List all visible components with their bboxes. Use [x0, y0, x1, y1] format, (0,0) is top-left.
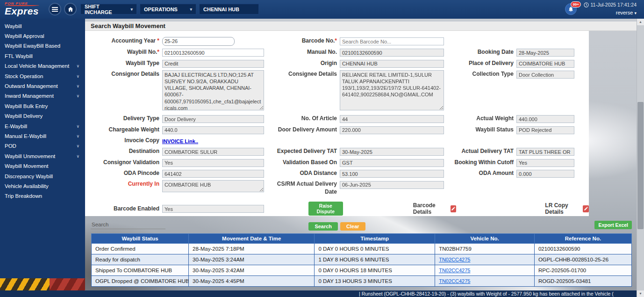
cell-vehicle: TN02BH7759	[435, 244, 535, 254]
sidebar-item-label: Outward Management	[5, 83, 58, 89]
datetime-text: 11-Jul-2025 17:41:24	[591, 2, 637, 7]
department-dropdown[interactable]: OPERATIONS ▾	[140, 4, 196, 14]
waybill-no-label: Waybill No.*	[85, 48, 162, 56]
invoice-copy-label: Invocie Copy	[85, 137, 162, 145]
footer-ticker: | Runsheet (OGPL-CHHB-28412-19-20) - (3)…	[0, 290, 637, 297]
chevron-down-icon: ∨	[76, 64, 79, 68]
chevron-down-icon: ▾	[634, 11, 637, 15]
waybill-no-input[interactable]	[162, 49, 264, 57]
cell-status: OGPL Dropped @ COIMBATORE HUB	[92, 276, 189, 287]
cell-timestamp: 0 DAY 13 HOURS 3 MINUTES	[315, 276, 435, 287]
cell-reference: RPC-202505-01700	[534, 265, 631, 276]
sidebar-item-outward-management[interactable]: Outward Management∨	[0, 81, 85, 91]
sidebar-item-waybill[interactable]: Waybill	[0, 21, 85, 31]
barcode-no-input[interactable]	[340, 37, 444, 45]
ticker-message: | Runsheet (OGPL-CHHB-28412-19-20) - (3)…	[359, 291, 614, 297]
manual-no-field	[340, 49, 444, 57]
chevron-down-icon: ▾	[128, 7, 133, 12]
location-box[interactable]: CHENNAI HUB	[199, 4, 259, 14]
cell-vehicle: TN02CC4275	[435, 254, 535, 265]
sidebar-item-label: E-Waybill	[5, 123, 27, 129]
sidebar-item-waybill-ewaybill-based[interactable]: Waybill EwayBill Based	[0, 41, 85, 51]
sidebar-item-waybill-unmovement[interactable]: Waybill Unmovement∨	[0, 151, 85, 161]
delivery-type-label: Delivery Type	[85, 115, 162, 123]
oda-pincode-field	[162, 170, 264, 178]
place-of-delivery-field	[516, 60, 574, 68]
role-dropdown-value: SHIFT INCHARGE	[85, 4, 128, 15]
cell-timestamp: 0 DAY 0 HOURS 0 MINUTES	[315, 244, 435, 254]
sidebar-item-e-waybill[interactable]: E-Waybill∨	[0, 121, 85, 131]
vertical-scrollbar[interactable]: ▲ ▼	[637, 19, 644, 297]
chargeable-weight-label: Chargeable Weight	[85, 126, 162, 134]
notification-count-badge: 99+	[571, 1, 581, 7]
place-of-delivery-label: Place of Delivery	[444, 59, 516, 67]
no-of-article-label: No. Of Article	[264, 115, 340, 123]
sidebar-item-waybill-approval[interactable]: Waybill Approval	[0, 31, 85, 41]
table-row: Ready for dispatch 30-May-2025 3:24AM 1 …	[92, 254, 632, 265]
export-excel-button[interactable]: Export Excel	[594, 221, 632, 229]
sidebar-item-trip-breakdown[interactable]: Trip Breakdown	[0, 191, 85, 201]
role-dropdown[interactable]: SHIFT INCHARGE ▾	[80, 4, 137, 14]
main-content: Search Waybill Movement Accounting Year …	[85, 19, 637, 290]
header-datetime: 11-Jul-2025 17:41:24	[584, 2, 637, 7]
lr-copy-details-button[interactable]	[583, 205, 589, 212]
sidebar-item-stock-operation[interactable]: Stock Operation∨	[0, 71, 85, 81]
sidebar-item-local-vehicle-management[interactable]: Local Vehicle Management∨	[0, 61, 85, 71]
scroll-up-button[interactable]: ▲	[637, 19, 644, 25]
raise-dispute-button[interactable]: Raise Dispute	[308, 202, 343, 216]
page-title: Search Waybill Movement	[91, 22, 165, 29]
waybill-type-label: Waybill Type	[85, 59, 162, 67]
chevron-down-icon: ▾	[187, 7, 192, 12]
barcode-no-label: Barcode No.*	[264, 37, 340, 45]
cell-status: Ready for dispatch	[92, 254, 189, 265]
barcode-details-button[interactable]	[451, 205, 457, 212]
movement-table: Waybill Status Movement Date & Time Time…	[91, 233, 632, 287]
chevron-down-icon: ∨	[76, 134, 79, 138]
cell-movement: 30-May-2025 3:42AM	[189, 265, 315, 276]
sidebar-item-label: Manual E-Waybill	[5, 133, 46, 139]
oda-distance-label: ODA Distance	[264, 169, 340, 177]
accounting-year-input[interactable]	[162, 37, 235, 46]
sidebar-item-pod[interactable]: POD∨	[0, 141, 85, 151]
validation-based-on-label: Validation Based On	[264, 159, 340, 167]
vehicle-link[interactable]: TN02CC4275	[439, 278, 470, 284]
required-marker: *	[335, 37, 337, 44]
location-box-value: CHENNAI HUB	[203, 7, 239, 12]
sidebar-item-label: Vehicle Availability	[5, 183, 49, 189]
hamburger-menu-button[interactable]	[49, 3, 61, 15]
scrollbar-thumb[interactable]	[637, 102, 644, 229]
notifications-button[interactable]: 99+	[565, 3, 577, 15]
vehicle-link[interactable]: TN02CC4275	[439, 257, 470, 262]
invoice-link[interactable]: INVOICE Link..	[162, 138, 198, 144]
currently-in-label: Currently In	[85, 180, 162, 188]
sidebar-item-vehicle-availability[interactable]: Vehicle Availability	[0, 181, 85, 191]
hazard-yellow-stripes	[0, 278, 50, 290]
sidebar-item-ftl-waybill[interactable]: FTL Waybill	[0, 51, 85, 61]
sidebar-item-discrepancy-waybill[interactable]: Discrepancy Waybill	[0, 171, 85, 181]
sidebar-item-waybill-bulk-entry[interactable]: Waybill Bulk Entry	[0, 101, 85, 111]
sidebar-item-inward-management[interactable]: Inward Management∨	[0, 91, 85, 101]
cell-vehicle: TN02CC4275	[435, 276, 535, 287]
actual-weight-field	[516, 115, 574, 123]
oda-distance-field	[340, 170, 444, 178]
sidebar-item-waybill-delivery[interactable]: Waybill Delivery	[0, 111, 85, 121]
barcode-enabled-label: Barcode Enabled	[85, 205, 162, 213]
manual-no-label: Manual No.	[264, 48, 340, 56]
sidebar-item-label: Waybill	[5, 23, 22, 29]
vehicle-link[interactable]: TN02CC4275	[439, 268, 470, 273]
home-button[interactable]	[64, 3, 77, 15]
validation-based-on-field	[340, 159, 444, 167]
collection-type-field	[516, 71, 574, 79]
results-search-input[interactable]	[91, 220, 165, 229]
hamburger-icon	[52, 9, 58, 10]
sidebar-item-waybill-movement[interactable]: Waybill Movement	[0, 161, 85, 171]
home-icon	[67, 6, 74, 13]
sidebar-item-manual-e-waybill[interactable]: Manual E-Waybill∨	[0, 131, 85, 141]
cell-movement: 30-May-2025 3:24AM	[189, 254, 315, 265]
hazard-stripe-image	[0, 278, 85, 290]
required-marker: *	[157, 37, 159, 44]
cell-reference: OGPL-CHHB-0028510-25-26	[534, 254, 631, 265]
scroll-down-button[interactable]: ▼	[637, 290, 644, 297]
sidebar-item-label: Local Vehicle Management	[5, 63, 69, 69]
reverse-dropdown[interactable]: reverse ▾	[616, 10, 637, 15]
